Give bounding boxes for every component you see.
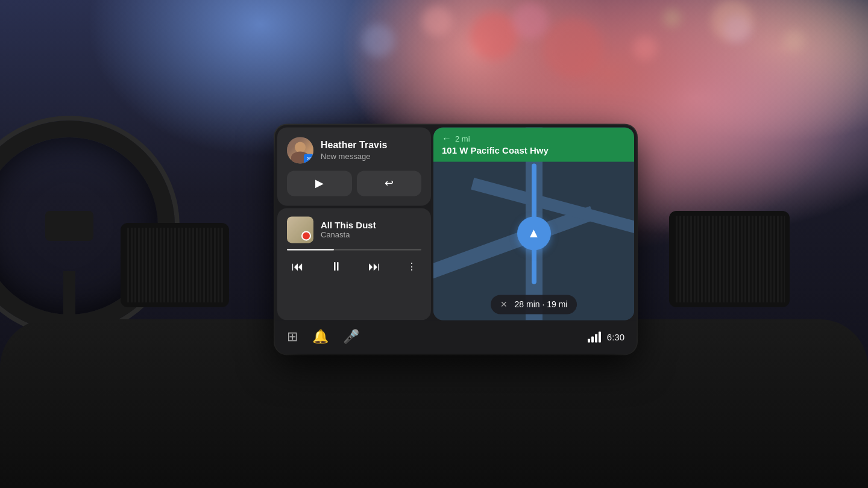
- eta-text: 28 min · 19 mi: [515, 299, 568, 309]
- navigation-header: ← 2 mi 101 W Pacific Coast Hwy: [433, 127, 634, 161]
- map-panel[interactable]: ▲ ← 2 mi 101 W Pacific Coast Hwy ✕ 28 mi…: [433, 127, 634, 320]
- bottom-bar: ⊞ 🔔 🎤 6:30: [275, 320, 637, 354]
- eta-time: 28 min: [515, 299, 540, 309]
- music-controls: ⏮ ⏸ ⏭ ⋮: [287, 257, 421, 276]
- play-message-button[interactable]: ▶: [287, 170, 352, 196]
- navigation-arrow: ▲: [517, 216, 551, 250]
- clock: 6:30: [607, 332, 624, 342]
- signal-bar-4: [599, 331, 601, 342]
- artist-name: Canasta: [321, 230, 421, 239]
- message-badge: [304, 154, 313, 163]
- microphone-button[interactable]: 🎤: [343, 329, 359, 345]
- message-info: Heather Travis New message: [321, 139, 421, 161]
- song-title: All This Dust: [321, 220, 421, 230]
- speaker-grille-left: [121, 223, 229, 307]
- sender-name: Heather Travis: [321, 139, 421, 151]
- turn-distance: ← 2 mi: [442, 133, 626, 144]
- music-header: All This Dust Canasta: [287, 216, 421, 243]
- bottom-bar-right: 6:30: [588, 331, 624, 342]
- left-panel: Heather Travis New message ▶ ↩ All This …: [277, 127, 431, 320]
- apps-button[interactable]: ⊞: [287, 329, 298, 345]
- steering-hub: [45, 211, 93, 241]
- eta-bar: ✕ 28 min · 19 mi: [491, 295, 577, 314]
- message-actions: ▶ ↩: [287, 170, 421, 196]
- eta-distance: 19 mi: [547, 299, 567, 309]
- android-auto-screen: Heather Travis New message ▶ ↩ All This …: [275, 125, 637, 354]
- progress-fill: [287, 249, 334, 250]
- map-road-diagonal: [433, 206, 595, 280]
- reply-message-button[interactable]: ↩: [357, 170, 422, 196]
- avatar: [287, 137, 313, 163]
- next-track-button[interactable]: ⏭: [363, 257, 385, 276]
- distance-text: 2 mi: [455, 134, 470, 143]
- street-name: 101 W Pacific Coast Hwy: [442, 145, 626, 155]
- signal-bar-3: [595, 334, 597, 342]
- album-art: [287, 216, 313, 243]
- message-header: Heather Travis New message: [287, 137, 421, 163]
- turn-icon: ←: [442, 133, 451, 144]
- speaker-grille-right: [669, 211, 790, 307]
- arrow-icon: ▲: [527, 225, 541, 241]
- signal-bar-2: [591, 336, 594, 342]
- main-content: Heather Travis New message ▶ ↩ All This …: [275, 125, 637, 320]
- bottom-bar-left: ⊞ 🔔 🎤: [287, 329, 588, 345]
- progress-bar[interactable]: [287, 249, 421, 250]
- eta-separator: ·: [542, 299, 547, 309]
- signal-bar-1: [588, 339, 590, 342]
- pause-button[interactable]: ⏸: [326, 257, 347, 276]
- music-info: All This Dust Canasta: [321, 220, 421, 239]
- prev-track-button[interactable]: ⏮: [287, 257, 309, 276]
- close-eta-button[interactable]: ✕: [500, 299, 508, 309]
- signal-indicator: [588, 331, 601, 342]
- message-type: New message: [321, 152, 421, 161]
- music-card: All This Dust Canasta ⏮ ⏸ ⏭ ⋮: [277, 208, 431, 320]
- notifications-button[interactable]: 🔔: [312, 329, 329, 345]
- more-options-button[interactable]: ⋮: [402, 258, 421, 275]
- message-card: Heather Travis New message ▶ ↩: [277, 127, 431, 205]
